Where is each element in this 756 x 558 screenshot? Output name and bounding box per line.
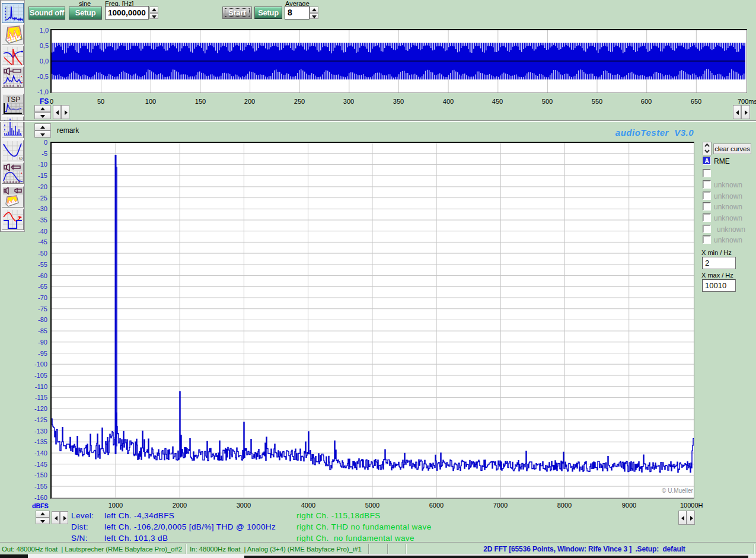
svg-text:ω: ω (19, 155, 23, 160)
svg-text:TSP: TSP (7, 95, 20, 104)
